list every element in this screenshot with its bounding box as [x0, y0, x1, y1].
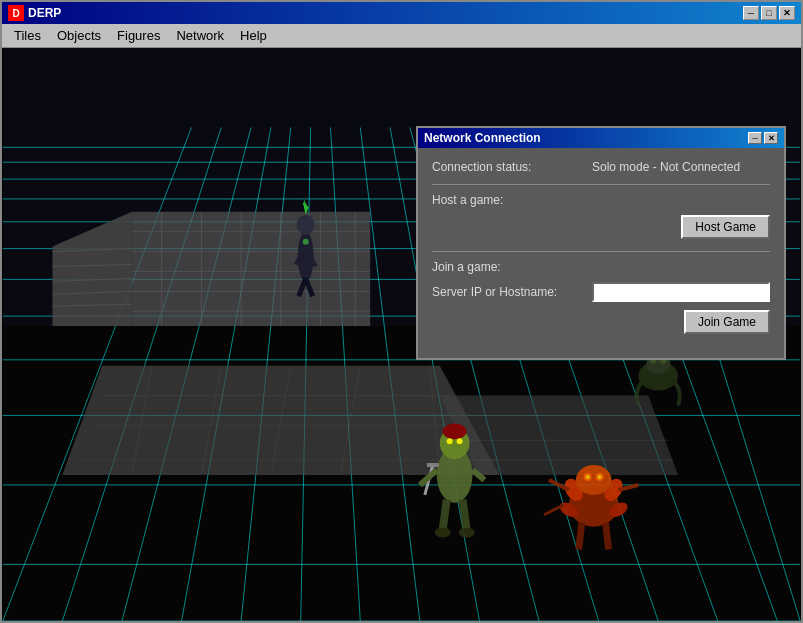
menu-help[interactable]: Help	[232, 26, 275, 45]
svg-line-81	[463, 500, 467, 530]
game-scene: Network Connection ─ ✕ Connection status…	[2, 48, 801, 621]
connection-status-row: Connection status: Solo mode - Not Conne…	[432, 160, 770, 174]
svg-line-95	[606, 523, 609, 550]
menu-tiles[interactable]: Tiles	[6, 26, 49, 45]
server-ip-label: Server IP or Hostname:	[432, 285, 592, 299]
separator-1	[432, 184, 770, 185]
server-ip-row: Server IP or Hostname:	[432, 282, 770, 302]
title-bar-buttons: ─ □ ✕	[743, 6, 795, 20]
main-window: D DERP ─ □ ✕ Tiles Objects Figures Netwo…	[0, 0, 803, 623]
window-title: DERP	[28, 6, 61, 20]
server-ip-input[interactable]	[592, 282, 770, 302]
maximize-button[interactable]: □	[761, 6, 777, 20]
dialog-title: Network Connection	[424, 131, 541, 145]
network-dialog: Network Connection ─ ✕ Connection status…	[416, 126, 786, 360]
svg-point-74	[447, 438, 453, 444]
svg-point-83	[459, 528, 475, 538]
title-bar-left: D DERP	[8, 5, 61, 21]
join-game-label: Join a game:	[432, 260, 770, 274]
svg-point-63	[297, 215, 315, 235]
svg-marker-58	[440, 396, 678, 475]
host-game-label: Host a game:	[432, 193, 770, 207]
svg-point-92	[586, 475, 590, 479]
svg-point-70	[303, 239, 309, 245]
svg-point-82	[435, 528, 451, 538]
minimize-button[interactable]: ─	[743, 6, 759, 20]
host-game-button[interactable]: Host Game	[681, 215, 770, 239]
dialog-title-buttons: ─ ✕	[748, 132, 778, 144]
app-icon: D	[8, 5, 24, 21]
join-game-button-row: Join Game	[432, 310, 770, 334]
svg-marker-30	[132, 212, 370, 326]
svg-point-75	[457, 438, 463, 444]
dialog-title-bar: Network Connection ─ ✕	[418, 128, 784, 148]
close-button[interactable]: ✕	[779, 6, 795, 20]
host-game-button-row: Host Game	[432, 215, 770, 239]
dialog-close-btn[interactable]: ✕	[764, 132, 778, 144]
connection-status-label: Connection status:	[432, 160, 592, 174]
svg-rect-77	[427, 463, 439, 467]
svg-point-93	[598, 475, 602, 479]
svg-point-89	[576, 465, 612, 495]
join-game-button[interactable]: Join Game	[684, 310, 770, 334]
menu-objects[interactable]: Objects	[49, 26, 109, 45]
menu-bar: Tiles Objects Figures Network Help	[2, 24, 801, 48]
menu-figures[interactable]: Figures	[109, 26, 168, 45]
svg-line-94	[579, 523, 582, 550]
separator-2	[432, 251, 770, 252]
svg-line-80	[443, 500, 447, 530]
menu-network[interactable]: Network	[168, 26, 232, 45]
svg-point-73	[443, 423, 467, 439]
title-bar: D DERP ─ □ ✕	[2, 2, 801, 24]
game-viewport: Network Connection ─ ✕ Connection status…	[2, 48, 801, 621]
dialog-minimize-btn[interactable]: ─	[748, 132, 762, 144]
connection-status-value: Solo mode - Not Connected	[592, 160, 740, 174]
dialog-content: Connection status: Solo mode - Not Conne…	[418, 148, 784, 358]
